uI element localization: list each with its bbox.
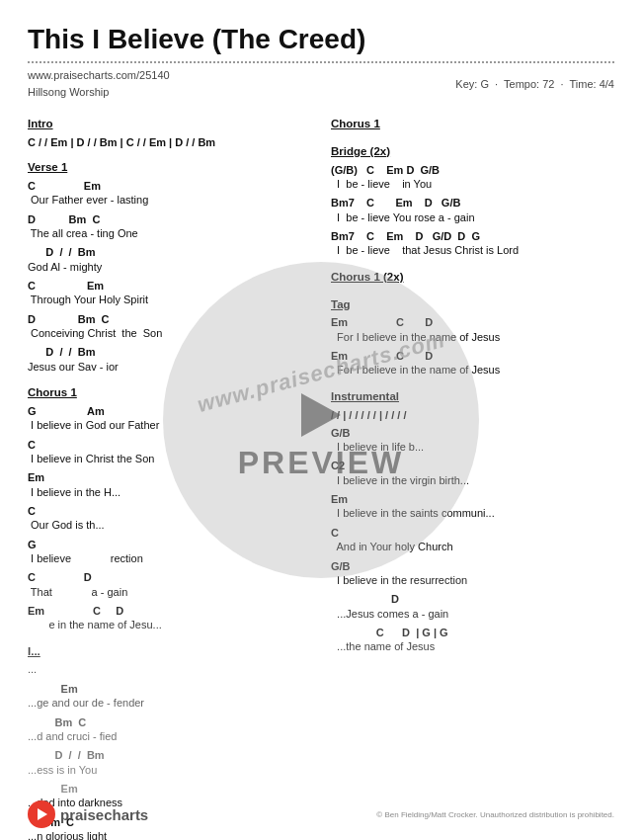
lyric-line: Our God is th... — [28, 518, 311, 533]
chord-line: Bm C — [28, 715, 311, 729]
stanza: C Our God is th... — [28, 504, 311, 534]
content-area: IntroC / / Em | D / / Bm | C / / Em | D … — [28, 116, 614, 840]
chord-line: Bm7 C Em D G/D D G — [331, 229, 614, 243]
stanza: Bm7 C Em D G/D D G I be - lieve that Jes… — [331, 229, 614, 259]
footer-brand: praisecharts — [60, 806, 148, 823]
lyric-line: I believe in Christ the Son — [28, 452, 311, 466]
page: This I Believe (The Creed) www.praisecha… — [0, 0, 642, 840]
lyric-line: e in the name of Jesu... — [28, 618, 311, 632]
chord-line: C Em — [28, 279, 311, 293]
chord-line: G — [28, 538, 311, 551]
section-label: I... — [28, 643, 311, 661]
lyric-line: Jesus our Sav - ior — [28, 360, 311, 375]
chord-line: D / / Bm — [28, 345, 311, 359]
stanza: D Bm C Conceiving Christ the Son — [28, 312, 311, 342]
stanza: D ...Jesus comes a - gain — [331, 592, 614, 622]
chord-line: D Bm C — [28, 212, 311, 226]
chord-line: Em C D — [331, 349, 614, 363]
lyric-line: ...the name of Jesus — [331, 639, 614, 654]
stanza: D / / Bm...ess is in You — [28, 748, 311, 778]
chord-line: Em — [28, 470, 311, 484]
subtitle-right: Key: G · Tempo: 72 · Time: 4/4 — [455, 78, 614, 90]
chord-line: Bm7 C Em D G/B — [331, 196, 614, 210]
lyric-line: I be - lieve You rose a - gain — [331, 210, 614, 225]
stanza: C2 I believe in the virgin birth... — [331, 459, 614, 488]
chord-line: D Bm C — [28, 312, 311, 326]
lyric-line: I believe in the virgin birth... — [331, 473, 614, 488]
chord-line: D — [331, 592, 614, 606]
stanza: D / / BmJesus our Sav - ior — [28, 345, 311, 375]
key: Key: G — [455, 78, 489, 90]
chord-line: C — [28, 504, 311, 518]
lyric-line: God Al - mighty — [28, 260, 311, 275]
chord-line: Em C D — [28, 604, 311, 618]
stanza: Em I believe in the saints communi... — [331, 492, 614, 522]
tempo: Tempo: 72 — [504, 78, 554, 90]
left-column: IntroC / / Em | D / / Bm | C / / Em | D … — [28, 116, 311, 840]
stanza: Bm C...d and cruci - fied — [28, 715, 311, 745]
lyric-line: For I believe in the name of Jesus — [331, 330, 614, 345]
lyric-line: ...d and cruci - fied — [28, 729, 311, 744]
chord-line: G/B — [331, 559, 614, 573]
lyric-line: Through Your Holy Spirit — [28, 293, 311, 307]
song-title: This I Believe (The Creed) — [28, 24, 614, 55]
lyric-line: I believe rection — [28, 551, 311, 566]
divider — [28, 61, 614, 63]
lyric-line: I believe in the H... — [28, 485, 311, 500]
right-column: Chorus 1Bridge (2x)(G/B) C Em D G/B I be… — [331, 116, 614, 840]
chord-line: C Em — [28, 179, 311, 193]
time-sig: Time: 4/4 — [570, 78, 614, 90]
stanza: ... — [28, 662, 311, 677]
url: www.praisecharts.com/25140 — [28, 69, 170, 81]
footer-play-button[interactable] — [28, 800, 55, 828]
lyric-line: I believe in the resurrection — [331, 573, 614, 588]
lyric-line: The all crea - ting One — [28, 226, 311, 241]
lyric-line: Conceiving Christ the Son — [28, 326, 311, 341]
footer-play-icon — [38, 808, 47, 820]
lyric-line: For I believe in the name of Jesus — [331, 363, 614, 378]
copyright: © Ben Fielding/Matt Crocker. Unauthorize… — [156, 810, 614, 819]
section-label: Chorus 1 — [331, 116, 614, 133]
lyric-line: I be - lieve that Jesus Christ is Lord — [331, 243, 614, 258]
section-label: Intro — [28, 116, 311, 133]
stanza: Em C D e in the name of Jesu... — [28, 604, 311, 633]
chord-line: Em — [28, 782, 311, 796]
chord-line: G Am — [28, 404, 311, 418]
lyric-line: And in Your holy Church — [331, 540, 614, 554]
lyric-line: I believe in God our Father — [28, 418, 311, 433]
lyric-line: ...Jesus comes a - gain — [331, 607, 614, 622]
lyric-line: ...ge and our de - fender — [28, 696, 311, 711]
subtitle-left: www.praisecharts.com/25140 Hillsong Wors… — [28, 67, 170, 100]
chord-line: Em C D — [331, 315, 614, 329]
stanza: Em C D For I believe in the name of Jesu… — [331, 315, 614, 345]
stanza: C D | G | G ...the name of Jesus — [331, 626, 614, 655]
stanza: (G/B) C Em D G/B I be - lieve in You — [331, 163, 614, 193]
stanza: G/B I believe in the resurrection — [331, 559, 614, 589]
lyric-line: Our Father ever - lasting — [28, 193, 311, 208]
stanza: C Em Through Your Holy Spirit — [28, 279, 311, 308]
lyric-line: ...n glorious light — [28, 829, 311, 840]
stanza: G I believe rection — [28, 538, 311, 567]
lyric-line: I believe in the saints communi... — [331, 506, 614, 521]
stanza: Em...ge and our de - fender — [28, 682, 311, 712]
subtitle-row: www.praisecharts.com/25140 Hillsong Wors… — [28, 67, 614, 100]
stanza: G Am I believe in God our Father — [28, 404, 311, 434]
lyric-line: ...ess is in You — [28, 763, 311, 778]
chord-line: C — [28, 438, 311, 452]
section-label: Chorus 1 — [28, 384, 311, 402]
artist: Hillsong Worship — [28, 86, 109, 98]
stanza: D Bm C The all crea - ting One — [28, 212, 311, 242]
stanza: / / | / / / / / | / / / / — [331, 408, 614, 422]
lyric-line: ... — [28, 662, 311, 677]
chord-line: Em — [28, 682, 311, 696]
lyric-line: I be - lieve in You — [331, 177, 614, 192]
stanza: D / / BmGod Al - mighty — [28, 245, 311, 275]
chord-line: D / / Bm — [28, 748, 311, 762]
section-label: Instrumental — [331, 388, 614, 406]
stanza: C And in Your holy Church — [331, 526, 614, 555]
stanza: G/B I believe in life b... — [331, 426, 614, 456]
footer-logo: praisecharts — [28, 800, 148, 828]
chord-line: C / / Em | D / / Bm | C / / Em | D / / B… — [28, 135, 311, 149]
chord-line: Em — [331, 492, 614, 506]
lyric-line: I believe in life b... — [331, 440, 614, 455]
